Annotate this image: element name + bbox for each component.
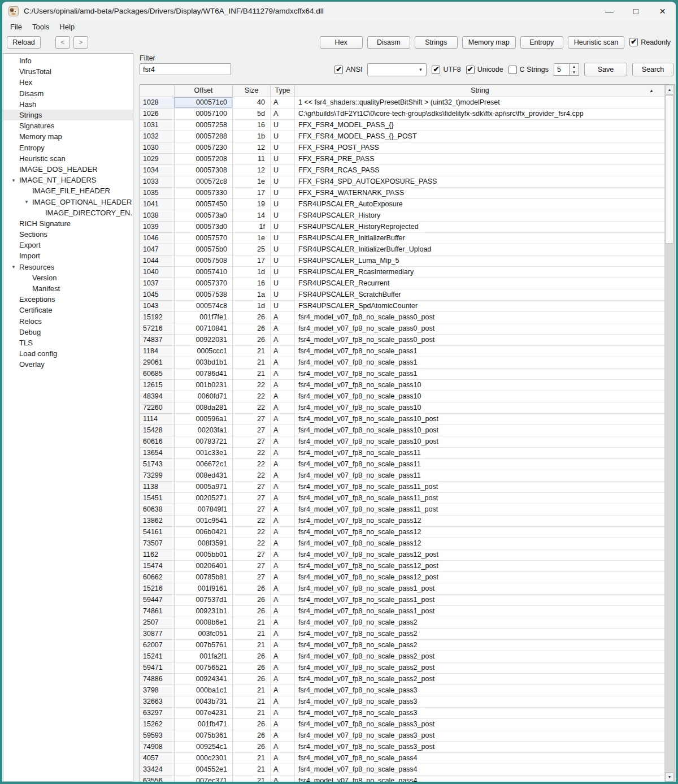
cell-string[interactable]: FSR4UPSCALER_HistoryReprojected bbox=[295, 222, 665, 233]
table-row[interactable]: 748370092203126Afsr4_model_v07_fp8_no_sc… bbox=[140, 335, 665, 346]
cell-type[interactable]: U bbox=[271, 267, 295, 278]
ansi-checkbox[interactable]: ✔ ANSI bbox=[334, 66, 362, 74]
cell-offset[interactable]: 007ec371 bbox=[175, 776, 233, 782]
cell-line-number[interactable]: 1034 bbox=[140, 165, 175, 176]
table-row[interactable]: 154510020527127Afsr4_model_v07_fp8_no_sc… bbox=[140, 493, 665, 504]
cell-type[interactable]: A bbox=[271, 572, 295, 583]
table-row[interactable]: 10440005750817UFSR4UPSCALER_Luma_Mip_5 bbox=[140, 255, 665, 267]
sidebar-item-hash[interactable]: Hash bbox=[3, 99, 133, 110]
cell-line-number[interactable]: 51743 bbox=[140, 459, 175, 470]
cell-offset[interactable]: 00786d41 bbox=[175, 369, 233, 380]
cell-size[interactable]: 22 bbox=[233, 380, 271, 391]
table-row[interactable]: 10350005733017UFFX_FSR4_WATERNARK_PASS bbox=[140, 188, 665, 199]
cell-string[interactable]: fsr4_model_v07_fp8_no_scale_pass12_post bbox=[295, 549, 665, 561]
cell-type[interactable]: A bbox=[271, 448, 295, 459]
cell-size[interactable]: 27 bbox=[233, 436, 271, 448]
cell-type[interactable]: A bbox=[271, 595, 295, 606]
cell-line-number[interactable]: 4057 bbox=[140, 753, 175, 764]
cell-line-number[interactable]: 1028 bbox=[140, 97, 175, 109]
table-row[interactable]: 594710075652126Afsr4_model_v07_fp8_no_sc… bbox=[140, 662, 665, 674]
cell-size[interactable]: 21 bbox=[233, 708, 271, 719]
cell-type[interactable]: A bbox=[271, 685, 295, 696]
table-row[interactable]: 11840005ccc121Afsr4_model_v07_fp8_no_sca… bbox=[140, 346, 665, 357]
cell-size[interactable]: 21 bbox=[233, 617, 271, 629]
cell-type[interactable]: A bbox=[271, 696, 295, 708]
cell-size[interactable]: 26 bbox=[233, 742, 271, 753]
table-row[interactable]: 11620005bb0127Afsr4_model_v07_fp8_no_sca… bbox=[140, 549, 665, 561]
cell-string[interactable]: fsr4_model_v07_fp8_no_scale_pass3_post bbox=[295, 742, 665, 753]
cell-size[interactable]: 27 bbox=[233, 425, 271, 436]
cell-string[interactable]: fsr4_model_v07_fp8_no_scale_pass11_post bbox=[295, 482, 665, 493]
cell-offset[interactable]: 000572c8 bbox=[175, 176, 233, 188]
cell-type[interactable]: A bbox=[271, 538, 295, 549]
table-row[interactable]: 51743006672c122Afsr4_model_v07_fp8_no_sc… bbox=[140, 459, 665, 470]
unicode-checkbox[interactable]: ✔ Unicode bbox=[466, 66, 503, 74]
cell-type[interactable]: A bbox=[271, 629, 295, 640]
cell-line-number[interactable]: 1043 bbox=[140, 301, 175, 312]
sidebar-item-exceptions[interactable]: Exceptions bbox=[3, 294, 133, 305]
cell-line-number[interactable]: 60662 bbox=[140, 572, 175, 583]
c-strings-checkbox[interactable]: C Strings bbox=[508, 66, 549, 74]
table-row[interactable]: 6066200785b8127Afsr4_model_v07_fp8_no_sc… bbox=[140, 572, 665, 583]
table-row[interactable]: 1047000575b025UFSR4UPSCALER_InitializerB… bbox=[140, 244, 665, 255]
cell-offset[interactable]: 001fb471 bbox=[175, 719, 233, 730]
cell-size[interactable]: 27 bbox=[233, 493, 271, 504]
cell-line-number[interactable]: 74837 bbox=[140, 335, 175, 346]
sidebar-item-image-nt-headers[interactable]: ▾IMAGE_NT_HEADERS bbox=[3, 175, 133, 185]
cell-type[interactable]: A bbox=[271, 504, 295, 516]
cell-line-number[interactable]: 13862 bbox=[140, 516, 175, 527]
cell-string[interactable]: FFX_FSR4_MODEL_PASS_{} bbox=[295, 120, 665, 131]
cell-offset[interactable]: 00785b81 bbox=[175, 572, 233, 583]
cell-string[interactable]: fsr4_model_v07_fp8_no_scale_pass1_post bbox=[295, 583, 665, 595]
cell-line-number[interactable]: 59471 bbox=[140, 662, 175, 674]
cell-size[interactable]: 27 bbox=[233, 414, 271, 425]
cell-line-number[interactable]: 1045 bbox=[140, 289, 175, 301]
search-button[interactable]: Search bbox=[632, 63, 673, 76]
cell-line-number[interactable]: 3798 bbox=[140, 685, 175, 696]
cell-string[interactable]: fsr4_model_v07_fp8_no_scale_pass10_post bbox=[295, 425, 665, 436]
cell-size[interactable]: 27 bbox=[233, 482, 271, 493]
cell-offset[interactable]: 0008b6e1 bbox=[175, 617, 233, 629]
cell-size[interactable]: 26 bbox=[233, 606, 271, 617]
cell-string[interactable]: fsr4_model_v07_fp8_no_scale_pass11 bbox=[295, 459, 665, 470]
table-row[interactable]: 1039000573d01fUFSR4UPSCALER_HistoryRepro… bbox=[140, 222, 665, 233]
cell-line-number[interactable]: 1033 bbox=[140, 176, 175, 188]
table-row[interactable]: 10410005745019UFSR4UPSCALER_AutoExposure bbox=[140, 199, 665, 210]
sidebar-item-heuristic-scan[interactable]: Heuristic scan bbox=[3, 153, 133, 164]
cell-offset[interactable]: 00057230 bbox=[175, 142, 233, 154]
cell-string[interactable]: FSR4UPSCALER_ScratchBuffer bbox=[295, 289, 665, 301]
sidebar-item-relocs[interactable]: Relocs bbox=[3, 316, 133, 327]
save-button[interactable]: Save bbox=[584, 63, 627, 76]
spin-down-icon[interactable]: ▼ bbox=[570, 70, 579, 75]
cell-string[interactable]: fsr4_model_v07_fp8_no_scale_pass11 bbox=[295, 448, 665, 459]
cell-line-number[interactable]: 73507 bbox=[140, 538, 175, 549]
cell-size[interactable]: 21 bbox=[233, 685, 271, 696]
table-row[interactable]: 30877003fc05121Afsr4_model_v07_fp8_no_sc… bbox=[140, 629, 665, 640]
sidebar-item-rich-signature[interactable]: RICH Signature bbox=[3, 218, 133, 229]
cell-string[interactable]: fsr4_model_v07_fp8_no_scale_pass10_post bbox=[295, 414, 665, 425]
cell-string[interactable]: FFX_FSR4_POST_PASS bbox=[295, 142, 665, 154]
reload-button[interactable]: Reload bbox=[7, 36, 41, 49]
cell-type[interactable]: A bbox=[271, 561, 295, 572]
cell-type[interactable]: A bbox=[271, 753, 295, 764]
cell-string[interactable]: fsr4_model_v07_fp8_no_scale_pass1_post bbox=[295, 595, 665, 606]
cell-string[interactable]: fsr4_model_v07_fp8_no_scale_pass2 bbox=[295, 617, 665, 629]
cell-string[interactable]: FSR4UPSCALER_RcasIntermediary bbox=[295, 267, 665, 278]
cell-line-number[interactable]: 63297 bbox=[140, 708, 175, 719]
cell-string[interactable]: fsr4_model_v07_fp8_no_scale_pass3_post bbox=[295, 730, 665, 742]
sidebar-item-sections[interactable]: Sections bbox=[3, 229, 133, 240]
encoding-dropdown[interactable]: ▼ bbox=[367, 63, 427, 76]
cell-line-number[interactable]: 30877 bbox=[140, 629, 175, 640]
cell-string[interactable]: C:\gr\builds\TdF2Yt1C\0\core-tech-group\… bbox=[295, 109, 665, 120]
table-row[interactable]: 483940060fd7122Afsr4_model_v07_fp8_no_sc… bbox=[140, 391, 665, 402]
cell-type[interactable]: A bbox=[271, 730, 295, 742]
cell-size[interactable]: 27 bbox=[233, 549, 271, 561]
cell-size[interactable]: 22 bbox=[233, 448, 271, 459]
cell-type[interactable]: U bbox=[271, 289, 295, 301]
cell-offset[interactable]: 000573d0 bbox=[175, 222, 233, 233]
cell-size[interactable]: 21 bbox=[233, 753, 271, 764]
cell-string[interactable]: fsr4_model_v07_fp8_no_scale_pass0_post bbox=[295, 335, 665, 346]
table-row[interactable]: 73299008ed43122Afsr4_model_v07_fp8_no_sc… bbox=[140, 470, 665, 482]
cell-type[interactable]: A bbox=[271, 742, 295, 753]
cell-size[interactable]: 21 bbox=[233, 776, 271, 782]
